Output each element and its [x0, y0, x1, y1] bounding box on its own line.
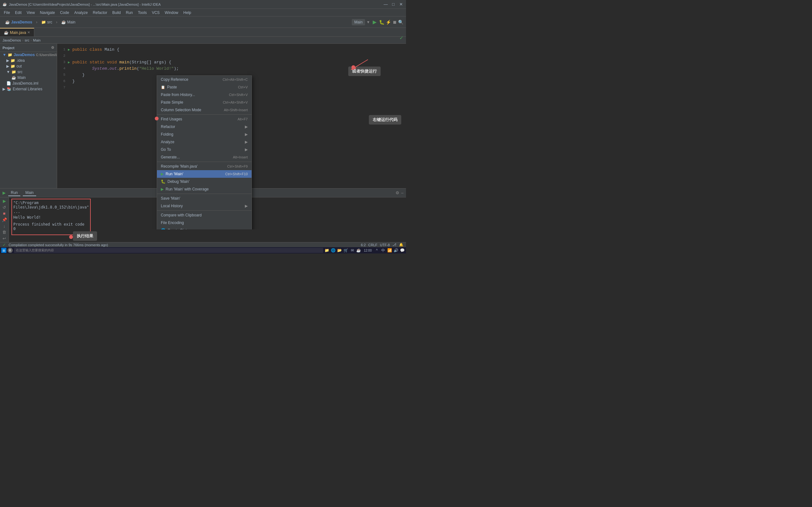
menu-run[interactable]: Run: [123, 10, 136, 15]
tree-item-main[interactable]: ☕ Main: [0, 75, 57, 80]
ctx-paste-simple[interactable]: Paste Simple Ctrl+Alt+Shift+V: [157, 99, 252, 106]
ctx-run-coverage-label: ▶ Run 'Main' with Coverage: [161, 187, 209, 191]
stop-button[interactable]: ⏹: [392, 20, 397, 25]
ctx-generate[interactable]: Generate... Alt+Insert: [157, 153, 252, 161]
taskbar-speaker-icon[interactable]: 🔊: [393, 248, 398, 253]
taskbar-app-icons: 📁 🌐 📂 🛒 ✉ ☕: [324, 248, 361, 253]
breadcrumb-java-demos[interactable]: JavaDemos: [3, 38, 21, 42]
taskbar-network-icon[interactable]: 📶: [387, 248, 392, 253]
menu-file[interactable]: File: [1, 10, 12, 15]
ctx-analyze[interactable]: Analyze ▶: [157, 138, 252, 146]
menu-code[interactable]: Code: [57, 10, 72, 15]
ctx-column-mode[interactable]: Column Selection Mode Alt+Shift+Insert: [157, 106, 252, 114]
ctx-compare-clipboard[interactable]: Compare with Clipboard: [157, 211, 252, 219]
menu-window[interactable]: Window: [162, 10, 181, 15]
status-position: 6:2: [361, 243, 366, 247]
annotation-output: 执行结果: [73, 231, 97, 241]
tree-item-idea[interactable]: ▶ 📁 .idea: [0, 58, 57, 63]
taskbar-notify-icon[interactable]: 💬: [400, 248, 405, 253]
run-config-name: Main: [352, 19, 365, 25]
taskbar-clock: 12:00: [362, 249, 373, 252]
run-wrap-button[interactable]: ↩: [1, 236, 8, 241]
editor-checkmark: ✓: [399, 35, 403, 41]
run-tab-main[interactable]: Main: [23, 190, 36, 196]
ctx-goto[interactable]: Go To ▶: [157, 146, 252, 153]
maximize-button[interactable]: □: [391, 2, 396, 7]
close-button[interactable]: ✕: [398, 2, 403, 7]
ctx-paste[interactable]: 📋 Paste Ctrl+V: [157, 83, 252, 91]
windows-start-button[interactable]: ⊞: [1, 248, 6, 253]
ctx-create-gist[interactable]: 🌐 Create Gist...: [157, 227, 252, 229]
run-fold-icon[interactable]: –: [401, 190, 403, 195]
ctx-file-encoding[interactable]: File Encoding: [157, 219, 252, 227]
taskbar-chevron-icon[interactable]: ^: [374, 248, 379, 253]
tree-label: JavaDemos.iml: [12, 81, 38, 86]
menu-view[interactable]: View: [24, 10, 38, 15]
menu-help[interactable]: Help: [181, 10, 194, 15]
taskbar-search-mic[interactable]: 🎙: [8, 248, 13, 253]
tree-item-iml[interactable]: 📄 JavaDemos.iml: [0, 80, 57, 86]
tab-main-java[interactable]: ☕ Main.java ✕: [0, 28, 34, 37]
menu-build[interactable]: Build: [110, 10, 123, 15]
tab-close-button[interactable]: ✕: [27, 31, 30, 35]
ctx-debug-main[interactable]: 🐛 Debug 'Main': [157, 178, 252, 185]
ctx-paste-history[interactable]: Paste from History... Ctrl+Shift+V: [157, 91, 252, 99]
taskbar-search-box[interactable]: 在这里输入您要搜索的内容: [14, 248, 323, 253]
menu-refactor[interactable]: Refactor: [90, 10, 110, 15]
search-everywhere-button[interactable]: 🔍: [398, 20, 403, 25]
breadcrumb-main[interactable]: Main: [33, 38, 41, 42]
ctx-find-usages[interactable]: Find Usages Alt+F7: [157, 115, 252, 123]
ctx-create-gist-label: 🌐 Create Gist...: [161, 228, 190, 229]
annotation-right-click-run: 右键运行代码: [369, 115, 401, 124]
minimize-button[interactable]: —: [383, 2, 388, 7]
run-scrolldown-button[interactable]: ↓: [1, 223, 8, 228]
menu-edit[interactable]: Edit: [12, 10, 24, 15]
menu-analyze[interactable]: Analyze: [72, 10, 90, 15]
taskbar-store-icon[interactable]: 🛒: [344, 248, 349, 253]
taskbar-edge-icon[interactable]: 🌐: [331, 248, 336, 253]
ctx-run-main[interactable]: ▶ Run 'Main' Ctrl+Shift+F10: [157, 170, 252, 178]
tree-item-external-libraries[interactable]: ▶ 📚 External Libraries: [0, 86, 57, 92]
run-output-line-3: Process finished with exit code 0: [13, 222, 89, 231]
run-output-line-2: Hello World!: [13, 215, 89, 220]
ctx-local-history[interactable]: Local History ▶: [157, 202, 252, 210]
ctx-save-main[interactable]: Save 'Main': [157, 194, 252, 202]
run-rerun-button[interactable]: ↺: [1, 205, 8, 210]
menu-tools[interactable]: Tools: [136, 10, 149, 15]
debug-button[interactable]: 🐛: [379, 20, 385, 25]
sidebar-title: Project: [3, 46, 14, 50]
coverage-button[interactable]: ⚡: [386, 20, 391, 25]
ctx-run-coverage[interactable]: ▶ Run 'Main' with Coverage: [157, 185, 252, 193]
run-clear-button[interactable]: 🗑: [1, 230, 8, 235]
ctx-analyze-arrow: ▶: [245, 140, 248, 144]
ctx-folding[interactable]: Folding ▶: [157, 130, 252, 138]
tree-item-src[interactable]: ▼ 📁 src: [0, 69, 57, 75]
taskbar-files-icon[interactable]: 📁: [324, 248, 329, 253]
menu-vcs[interactable]: VCS: [149, 10, 162, 15]
tree-item-javademos[interactable]: ▼ 📁 JavaDemos C:\Users\limi\IdeaProjects…: [0, 52, 57, 58]
ctx-refactor[interactable]: Refactor ▶: [157, 123, 252, 130]
taskbar-idea-icon[interactable]: ☕: [356, 248, 361, 253]
run-play-button[interactable]: ▶: [1, 199, 8, 204]
menu-navigate[interactable]: Navigate: [38, 10, 57, 15]
tree-expand-icon: ▼: [6, 70, 10, 74]
ctx-sep-3: [157, 193, 252, 194]
tree-item-out[interactable]: ▶ 📁 out: [0, 63, 57, 69]
run-config-dropdown[interactable]: ▼: [366, 20, 370, 24]
run-button[interactable]: ▶: [371, 19, 378, 25]
sidebar-settings-icon[interactable]: ⚙: [51, 46, 54, 50]
run-settings-icon[interactable]: ⚙: [396, 190, 399, 195]
app-icon: ☕: [3, 2, 7, 6]
run-stop-button[interactable]: ■: [1, 211, 8, 216]
taskbar-lang-icon[interactable]: 中: [380, 248, 386, 253]
code-text-5: }: [72, 72, 85, 77]
run-pin-button[interactable]: 📌: [1, 217, 8, 222]
taskbar-mail-icon[interactable]: ✉: [350, 248, 355, 253]
breadcrumb-src[interactable]: src: [25, 38, 30, 42]
taskbar-explorer-icon[interactable]: 📂: [337, 248, 342, 253]
annotation-dot-1: [351, 65, 355, 69]
ctx-copy-reference[interactable]: Copy Reference Ctrl+Alt+Shift+C: [157, 76, 252, 83]
ctx-recompile[interactable]: Recompile 'Main.java' Ctrl+Shift+F9: [157, 163, 252, 170]
run-tab[interactable]: Run: [8, 190, 20, 196]
ctx-run-main-shortcut: Ctrl+Shift+F10: [225, 172, 248, 176]
